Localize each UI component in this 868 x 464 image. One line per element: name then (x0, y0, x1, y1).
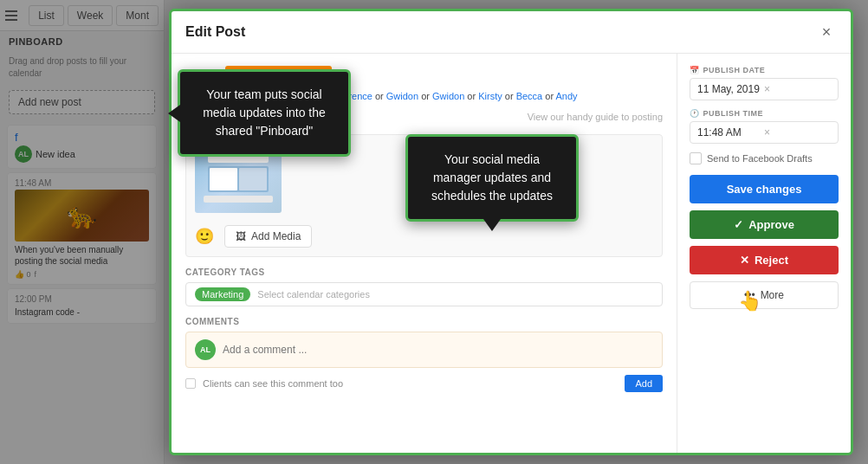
facebook-drafts-checkbox[interactable] (690, 152, 702, 164)
thumb-bar2 (204, 196, 273, 203)
save-changes-button[interactable]: Save changes (690, 175, 839, 203)
more-dots-icon: ••• (744, 289, 755, 301)
time-clear-button[interactable]: × (764, 126, 831, 139)
comment-input-row: AL (185, 332, 663, 368)
publish-date-label: 📅 PUBLISH DATE (690, 66, 839, 74)
tooltip2-arrow (483, 219, 501, 231)
clients-checkbox[interactable] (185, 378, 196, 389)
comments-label: COMMENTS (185, 317, 663, 326)
date-clear-button[interactable]: × (764, 83, 831, 95)
modal-sidebar: 📅 PUBLISH DATE 11 May, 2019 × 🕐 PUBLISH … (677, 54, 851, 453)
pinboard-tooltip: Your team puts social media updates into… (178, 69, 351, 157)
tags-row[interactable]: Marketing Select calendar categories (185, 282, 663, 306)
clients-visibility-text: Clients can see this comment too (203, 378, 343, 389)
close-button[interactable]: × (816, 22, 837, 42)
media-actions: 🙂 🖼 Add Media (195, 225, 653, 248)
modal-title: Edit Post (185, 24, 245, 40)
reject-button[interactable]: ✕ Reject (690, 246, 839, 274)
social-manager-tooltip: Your social media manager updates and sc… (405, 134, 579, 222)
add-comment-button[interactable]: Add (625, 375, 663, 392)
approver-gwidon2[interactable]: Gwidon (432, 91, 464, 101)
view-guide-link[interactable]: View our handy guide to posting (528, 112, 663, 122)
facebook-drafts-label: Send to Facebook Drafts (707, 153, 813, 164)
publish-time-input[interactable]: 11:48 AM × (690, 121, 839, 144)
more-button[interactable]: ••• More (690, 281, 839, 309)
approve-check-icon: ✓ (734, 218, 743, 231)
publish-date-value: 11 May, 2019 (697, 83, 764, 95)
comment-input[interactable] (223, 344, 653, 356)
image-icon: 🖼 (236, 230, 246, 242)
tag-placeholder: Select calendar categories (257, 289, 370, 300)
publish-time-value: 11:48 AM (697, 126, 764, 139)
comment-avatar: AL (195, 339, 216, 360)
reject-x-icon: ✕ (740, 254, 749, 267)
comments-section: COMMENTS AL Clients can see this comment… (185, 317, 663, 392)
modal-header: Edit Post × (172, 11, 851, 54)
add-media-button[interactable]: 🖼 Add Media (224, 225, 312, 248)
approve-button[interactable]: ✓ Approve (690, 210, 839, 239)
approver-becca2[interactable]: Becca (516, 91, 543, 101)
facebook-drafts-row: Send to Facebook Drafts (690, 152, 839, 164)
emoji-button[interactable]: 🙂 (195, 227, 214, 246)
clock-icon: 🕐 (690, 109, 700, 118)
publish-time-label: 🕐 PUBLISH TIME (690, 109, 839, 118)
approver-andy[interactable]: Andy (556, 91, 578, 101)
approver-kirsty[interactable]: Kirsty (478, 91, 502, 101)
clients-visibility-row: Clients can see this comment too Add (185, 375, 663, 392)
marketing-tag: Marketing (195, 287, 250, 301)
calendar-icon: 📅 (690, 66, 700, 74)
publish-date-input[interactable]: 11 May, 2019 × (690, 78, 839, 100)
approver-gwidon1[interactable]: Gwidon (386, 91, 418, 101)
category-tags-label: CATEGORY TAGS (185, 267, 663, 277)
tooltip1-arrow (168, 105, 180, 122)
